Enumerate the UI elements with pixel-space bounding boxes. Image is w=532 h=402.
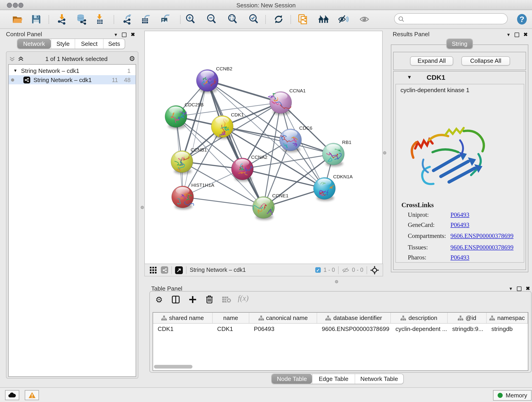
network-node[interactable]: CCNB2 — [196, 66, 232, 93]
crosslink-value[interactable]: P06493 — [450, 254, 469, 261]
column-header[interactable]: canonical name — [249, 313, 317, 323]
column-type-icon — [401, 315, 406, 321]
show-columns-icon[interactable] — [172, 296, 180, 303]
network-view-canvas[interactable]: CCNB2CCNA1CDC25BCDK1CDC6RB1CCNB1CCNA2CDK… — [144, 31, 383, 264]
network-edge[interactable] — [183, 197, 264, 207]
add-column-icon[interactable] — [189, 296, 196, 303]
network-node[interactable]: CDK1 — [211, 112, 244, 139]
network-edge[interactable] — [242, 169, 324, 188]
tree-expander-icon[interactable]: ▼ — [13, 68, 17, 73]
import-table-icon[interactable] — [94, 14, 105, 25]
close-results-icon[interactable]: ✖ — [524, 32, 528, 38]
crosslink-value[interactable]: P06493 — [450, 221, 469, 229]
collapse-results-icon[interactable]: ▼ — [506, 32, 511, 37]
crosslink-value[interactable]: P06493 — [450, 211, 469, 219]
clone-network-icon[interactable] — [298, 14, 308, 25]
crosslinks-heading: CrossLinks — [401, 201, 434, 209]
hide-glass-icon[interactable] — [338, 14, 349, 25]
cloud-status-button[interactable] — [5, 390, 19, 400]
tab-network-table[interactable]: Network Table — [355, 374, 403, 384]
help-icon[interactable]: ? — [516, 14, 527, 25]
collapse-all-button[interactable]: Collapse All — [462, 56, 510, 65]
tab-node-table[interactable]: Node Table — [272, 374, 312, 384]
title-bar: Session: New Session — [0, 0, 532, 10]
network-edge[interactable] — [207, 80, 264, 207]
collapse-table-icon[interactable]: ▼ — [509, 286, 513, 291]
collapse-panel-icon[interactable]: ▼ — [114, 32, 118, 37]
tab-select[interactable]: Select — [75, 39, 103, 49]
column-header[interactable]: namespac — [487, 313, 528, 323]
close-table-icon[interactable]: ✖ — [526, 286, 530, 292]
tab-sets[interactable]: Sets — [103, 39, 125, 49]
table-cell: CDK1 — [153, 325, 213, 332]
column-header[interactable]: description — [391, 313, 448, 323]
crosslink-value[interactable]: 9606.ENSP00000378699 — [450, 244, 513, 251]
network-node[interactable]: CCNB1 — [171, 147, 207, 174]
float-results-icon[interactable] — [515, 32, 519, 37]
toolbar-separator — [114, 15, 114, 24]
network-node[interactable]: CCNA1 — [268, 88, 306, 115]
network-node[interactable]: CDC6 — [279, 125, 312, 152]
import-network-icon[interactable] — [56, 14, 67, 25]
zoom-in-icon[interactable] — [185, 14, 196, 25]
crosslink-value[interactable]: 9606.ENSP00000378699 — [450, 232, 513, 240]
node-label: CDC25B — [185, 102, 204, 107]
network-edge[interactable] — [207, 80, 281, 102]
zoom-selected-icon[interactable] — [248, 14, 259, 25]
network-node[interactable]: RB1 — [322, 139, 351, 166]
close-panel-icon[interactable]: ✖ — [131, 32, 135, 38]
birdseye-view-icon[interactable] — [175, 266, 183, 274]
tab-edge-table[interactable]: Edge Table — [312, 374, 355, 384]
node-count: 11 — [112, 76, 118, 83]
memory-button[interactable]: Memory — [493, 390, 532, 401]
float-table-icon[interactable] — [517, 286, 522, 291]
import-network-from-database-icon[interactable] — [76, 14, 87, 25]
warning-status-button[interactable] — [25, 390, 39, 400]
save-session-icon[interactable] — [31, 14, 42, 25]
network-selection-info: 1 of 1 Network selected — [24, 55, 129, 62]
zoom-out-icon[interactable] — [206, 14, 217, 25]
network-share-icon[interactable] — [161, 266, 168, 274]
network-options-gear-icon[interactable]: ⚙ — [129, 55, 135, 63]
collapse-all-icon[interactable] — [9, 56, 15, 62]
selected-checkbox-icon[interactable]: ✓ — [315, 267, 321, 273]
table-gear-icon[interactable]: ⚙ — [155, 295, 163, 305]
refresh-icon[interactable] — [273, 14, 284, 25]
column-header[interactable]: name — [213, 313, 249, 323]
network-collection-row[interactable]: ▼ String Network – cdk1 1 — [9, 66, 136, 75]
horizontal-scrollbar[interactable] — [154, 365, 192, 369]
toolbar-separator — [290, 15, 291, 24]
tab-string[interactable]: String — [447, 39, 472, 49]
network-icon — [23, 76, 30, 83]
show-eye-icon[interactable] — [359, 14, 370, 25]
search-input[interactable] — [394, 13, 508, 24]
network-node[interactable]: HIST1H1A — [172, 182, 214, 209]
export-table-icon[interactable] — [140, 14, 151, 25]
horizontal-splitter-handle[interactable] — [335, 280, 338, 283]
node-label: CDC6 — [299, 125, 312, 130]
tab-style[interactable]: Style — [51, 39, 75, 49]
home-string-icon[interactable] — [318, 14, 329, 25]
gene-detail-box: cyclin-dependent kinase 1 — [395, 84, 524, 263]
zoom-fit-icon[interactable] — [227, 14, 238, 25]
delete-column-icon[interactable] — [206, 295, 213, 303]
grid-view-icon[interactable] — [150, 267, 157, 274]
open-session-icon[interactable] — [12, 14, 23, 25]
column-header[interactable]: @id — [448, 313, 487, 323]
expand-all-icon[interactable] — [18, 56, 24, 62]
export-network-icon[interactable] — [122, 14, 133, 25]
column-header[interactable]: database identifier — [317, 313, 391, 323]
right-splitter-handle[interactable] — [383, 151, 386, 154]
left-splitter-handle[interactable] — [141, 206, 144, 209]
table-row[interactable]: CDK1CDK1P064939606.ENSP00000378699cyclin… — [153, 324, 528, 334]
float-panel-icon[interactable] — [122, 32, 127, 37]
tab-network[interactable]: Network — [17, 39, 51, 49]
expand-all-button[interactable]: Expand All — [410, 56, 453, 65]
gene-expander-icon[interactable]: ▼ — [407, 74, 412, 80]
export-image-icon[interactable] — [159, 14, 171, 25]
fit-content-icon[interactable] — [370, 266, 379, 274]
edge-count: 48 — [124, 76, 131, 83]
current-network-name: String Network – cdk1 — [190, 267, 246, 273]
network-row-selected[interactable]: String Network – cdk1 11 48 — [9, 75, 136, 84]
column-header[interactable]: shared name — [153, 313, 213, 323]
